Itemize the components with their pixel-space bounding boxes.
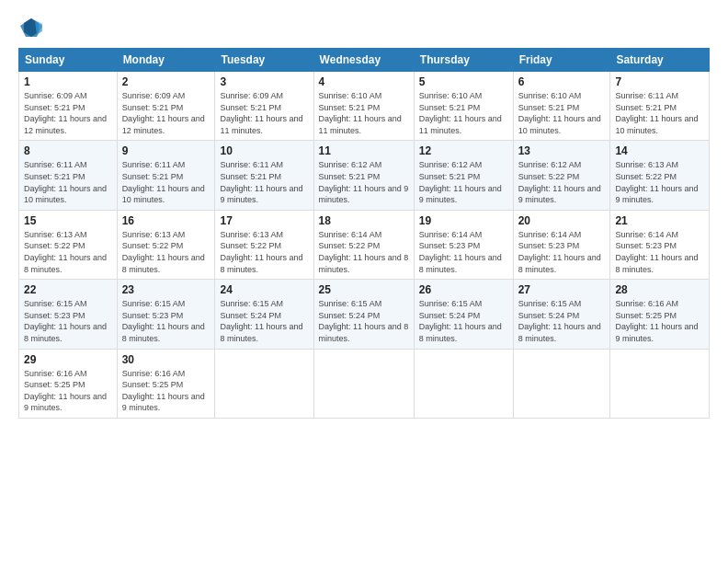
day-number: 11 <box>319 144 409 157</box>
day-number: 14 <box>615 144 704 157</box>
calendar-table: Sunday Monday Tuesday Wednesday Thursday… <box>18 48 710 419</box>
weekday-header-row: Sunday Monday Tuesday Wednesday Thursday… <box>19 49 710 72</box>
calendar-cell: 6Sunrise: 6:10 AMSunset: 5:21 PMDaylight… <box>513 72 610 141</box>
calendar-week-row: 1Sunrise: 6:09 AMSunset: 5:21 PMDaylight… <box>19 72 710 141</box>
day-info: Sunrise: 6:13 AMSunset: 5:22 PMDaylight:… <box>24 229 112 275</box>
calendar-cell: 4Sunrise: 6:10 AMSunset: 5:21 PMDaylight… <box>313 72 414 141</box>
day-info: Sunrise: 6:13 AMSunset: 5:22 PMDaylight:… <box>220 229 308 275</box>
day-number: 29 <box>24 353 112 366</box>
day-info: Sunrise: 6:15 AMSunset: 5:24 PMDaylight:… <box>220 298 308 344</box>
day-number: 30 <box>122 353 210 366</box>
day-number: 24 <box>220 283 308 296</box>
calendar-cell: 15Sunrise: 6:13 AMSunset: 5:22 PMDayligh… <box>19 210 118 279</box>
day-number: 3 <box>220 75 308 88</box>
day-info: Sunrise: 6:12 AMSunset: 5:21 PMDaylight:… <box>319 159 409 205</box>
day-number: 8 <box>24 144 112 157</box>
day-info: Sunrise: 6:09 AMSunset: 5:21 PMDaylight:… <box>220 90 308 136</box>
calendar-cell: 1Sunrise: 6:09 AMSunset: 5:21 PMDaylight… <box>19 72 118 141</box>
day-info: Sunrise: 6:10 AMSunset: 5:21 PMDaylight:… <box>419 90 508 136</box>
calendar-week-row: 8Sunrise: 6:11 AMSunset: 5:21 PMDaylight… <box>19 141 710 210</box>
header-sunday: Sunday <box>19 49 118 72</box>
day-info: Sunrise: 6:11 AMSunset: 5:21 PMDaylight:… <box>615 90 704 136</box>
calendar-cell: 13Sunrise: 6:12 AMSunset: 5:22 PMDayligh… <box>513 141 610 210</box>
calendar-week-row: 15Sunrise: 6:13 AMSunset: 5:22 PMDayligh… <box>19 210 710 279</box>
day-info: Sunrise: 6:16 AMSunset: 5:25 PMDaylight:… <box>615 298 704 344</box>
calendar-cell: 12Sunrise: 6:12 AMSunset: 5:21 PMDayligh… <box>414 141 513 210</box>
day-info: Sunrise: 6:16 AMSunset: 5:25 PMDaylight:… <box>122 368 210 414</box>
calendar-cell <box>610 349 710 418</box>
calendar-cell: 23Sunrise: 6:15 AMSunset: 5:23 PMDayligh… <box>117 280 215 349</box>
day-info: Sunrise: 6:15 AMSunset: 5:24 PMDaylight:… <box>518 298 606 344</box>
day-info: Sunrise: 6:15 AMSunset: 5:23 PMDaylight:… <box>24 298 112 344</box>
day-number: 7 <box>615 75 704 88</box>
day-number: 15 <box>24 214 112 227</box>
day-number: 28 <box>615 283 704 296</box>
day-info: Sunrise: 6:15 AMSunset: 5:23 PMDaylight:… <box>122 298 210 344</box>
day-info: Sunrise: 6:10 AMSunset: 5:21 PMDaylight:… <box>319 90 409 136</box>
day-info: Sunrise: 6:14 AMSunset: 5:23 PMDaylight:… <box>419 229 508 275</box>
calendar-cell: 24Sunrise: 6:15 AMSunset: 5:24 PMDayligh… <box>215 280 313 349</box>
calendar-cell: 26Sunrise: 6:15 AMSunset: 5:24 PMDayligh… <box>414 280 513 349</box>
day-number: 5 <box>419 75 508 88</box>
calendar-week-row: 29Sunrise: 6:16 AMSunset: 5:25 PMDayligh… <box>19 349 710 418</box>
day-number: 19 <box>419 214 508 227</box>
day-number: 25 <box>319 283 409 296</box>
day-info: Sunrise: 6:14 AMSunset: 5:23 PMDaylight:… <box>518 229 606 275</box>
header-wednesday: Wednesday <box>313 49 414 72</box>
day-number: 10 <box>220 144 308 157</box>
day-info: Sunrise: 6:11 AMSunset: 5:21 PMDaylight:… <box>24 159 112 205</box>
day-number: 18 <box>319 214 409 227</box>
day-info: Sunrise: 6:12 AMSunset: 5:21 PMDaylight:… <box>419 159 508 205</box>
day-number: 17 <box>220 214 308 227</box>
calendar-cell: 14Sunrise: 6:13 AMSunset: 5:22 PMDayligh… <box>610 141 710 210</box>
calendar-cell: 27Sunrise: 6:15 AMSunset: 5:24 PMDayligh… <box>513 280 610 349</box>
day-info: Sunrise: 6:09 AMSunset: 5:21 PMDaylight:… <box>122 90 210 136</box>
calendar-cell: 10Sunrise: 6:11 AMSunset: 5:21 PMDayligh… <box>215 141 313 210</box>
day-info: Sunrise: 6:12 AMSunset: 5:22 PMDaylight:… <box>518 159 606 205</box>
calendar-cell: 30Sunrise: 6:16 AMSunset: 5:25 PMDayligh… <box>117 349 215 418</box>
day-number: 20 <box>518 214 606 227</box>
calendar-cell: 2Sunrise: 6:09 AMSunset: 5:21 PMDaylight… <box>117 72 215 141</box>
day-number: 13 <box>518 144 606 157</box>
day-info: Sunrise: 6:14 AMSunset: 5:23 PMDaylight:… <box>615 229 704 275</box>
day-info: Sunrise: 6:13 AMSunset: 5:22 PMDaylight:… <box>122 229 210 275</box>
calendar-cell: 21Sunrise: 6:14 AMSunset: 5:23 PMDayligh… <box>610 210 710 279</box>
calendar-cell: 20Sunrise: 6:14 AMSunset: 5:23 PMDayligh… <box>513 210 610 279</box>
day-info: Sunrise: 6:11 AMSunset: 5:21 PMDaylight:… <box>122 159 210 205</box>
calendar-cell: 5Sunrise: 6:10 AMSunset: 5:21 PMDaylight… <box>414 72 513 141</box>
calendar-cell <box>513 349 610 418</box>
day-number: 2 <box>122 75 210 88</box>
day-info: Sunrise: 6:10 AMSunset: 5:21 PMDaylight:… <box>518 90 606 136</box>
header-thursday: Thursday <box>414 49 513 72</box>
header-monday: Monday <box>117 49 215 72</box>
generalblue-icon <box>18 17 44 39</box>
calendar-cell <box>215 349 313 418</box>
day-info: Sunrise: 6:16 AMSunset: 5:25 PMDaylight:… <box>24 368 112 414</box>
day-info: Sunrise: 6:09 AMSunset: 5:21 PMDaylight:… <box>24 90 112 136</box>
calendar-cell: 9Sunrise: 6:11 AMSunset: 5:21 PMDaylight… <box>117 141 215 210</box>
day-info: Sunrise: 6:11 AMSunset: 5:21 PMDaylight:… <box>220 159 308 205</box>
day-number: 1 <box>24 75 112 88</box>
day-number: 26 <box>419 283 508 296</box>
day-info: Sunrise: 6:14 AMSunset: 5:22 PMDaylight:… <box>319 229 409 275</box>
calendar-week-row: 22Sunrise: 6:15 AMSunset: 5:23 PMDayligh… <box>19 280 710 349</box>
day-number: 21 <box>615 214 704 227</box>
header <box>18 17 710 39</box>
calendar-cell: 29Sunrise: 6:16 AMSunset: 5:25 PMDayligh… <box>19 349 118 418</box>
day-number: 23 <box>122 283 210 296</box>
day-number: 12 <box>419 144 508 157</box>
header-tuesday: Tuesday <box>215 49 313 72</box>
page: Sunday Monday Tuesday Wednesday Thursday… <box>0 0 728 563</box>
calendar-cell: 3Sunrise: 6:09 AMSunset: 5:21 PMDaylight… <box>215 72 313 141</box>
day-number: 6 <box>518 75 606 88</box>
header-saturday: Saturday <box>610 49 710 72</box>
calendar-cell <box>414 349 513 418</box>
calendar-cell: 18Sunrise: 6:14 AMSunset: 5:22 PMDayligh… <box>313 210 414 279</box>
calendar-cell: 7Sunrise: 6:11 AMSunset: 5:21 PMDaylight… <box>610 72 710 141</box>
day-number: 9 <box>122 144 210 157</box>
day-number: 4 <box>319 75 409 88</box>
day-number: 27 <box>518 283 606 296</box>
logo <box>18 17 48 39</box>
calendar-cell: 22Sunrise: 6:15 AMSunset: 5:23 PMDayligh… <box>19 280 118 349</box>
day-number: 16 <box>122 214 210 227</box>
